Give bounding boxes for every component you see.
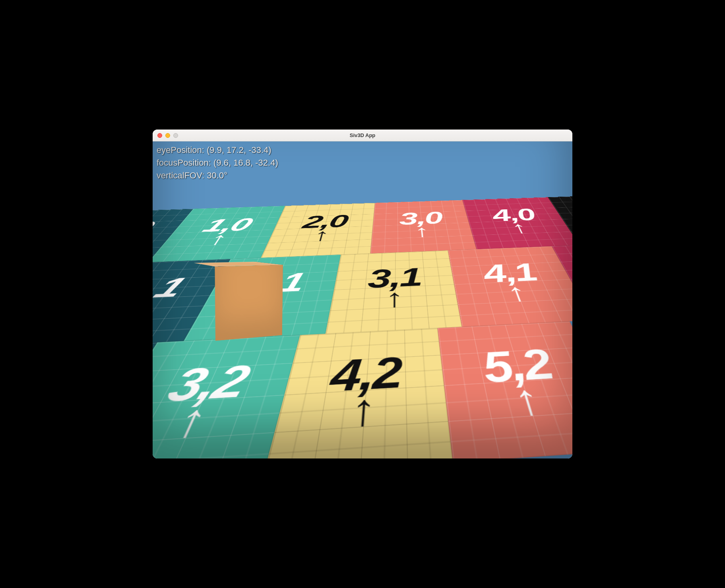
arrow-up-icon: ↑ [349, 390, 377, 431]
box-front-face [215, 265, 283, 341]
minimize-icon[interactable] [165, 133, 170, 138]
tile-label: 0,0 [153, 220, 158, 238]
cylinder-top [447, 273, 514, 293]
arrow-up-icon: ↑ [414, 224, 430, 239]
zoom-icon[interactable] [173, 133, 178, 138]
sphere-primitive [332, 277, 401, 345]
window-title: Siv3D App [153, 132, 572, 138]
close-icon[interactable] [157, 133, 162, 138]
window-controls [153, 133, 178, 138]
viewport-3d[interactable]: 0,0↑1,0↑2,0↑3,0↑4,0↑5,0↑0,1↑1,1↑2,1↑3,1↑… [153, 141, 572, 458]
app-window: Siv3D App 0,0↑1,0↑2,0↑3,0↑4,0↑5,0↑0,1↑1,… [153, 130, 572, 458]
cylinder-bottom [447, 343, 514, 357]
floor-tile: 3,0↑ [370, 200, 477, 253]
box-primitive [204, 263, 282, 350]
hud-vertical-fov: verticalFOV: 30.0° [157, 169, 278, 182]
hud-eye-position: eyePosition: (9.9, 17.2, -33.4) [157, 144, 278, 157]
tile-label: 1,1 [153, 275, 190, 302]
titlebar[interactable]: Siv3D App [153, 130, 572, 141]
hud-focus-position: focusPosition: (9.6, 16.8, -32.4) [157, 157, 278, 169]
debug-hud: eyePosition: (9.9, 17.2, -33.4) focusPos… [157, 144, 278, 182]
cylinder-primitive [447, 273, 514, 357]
